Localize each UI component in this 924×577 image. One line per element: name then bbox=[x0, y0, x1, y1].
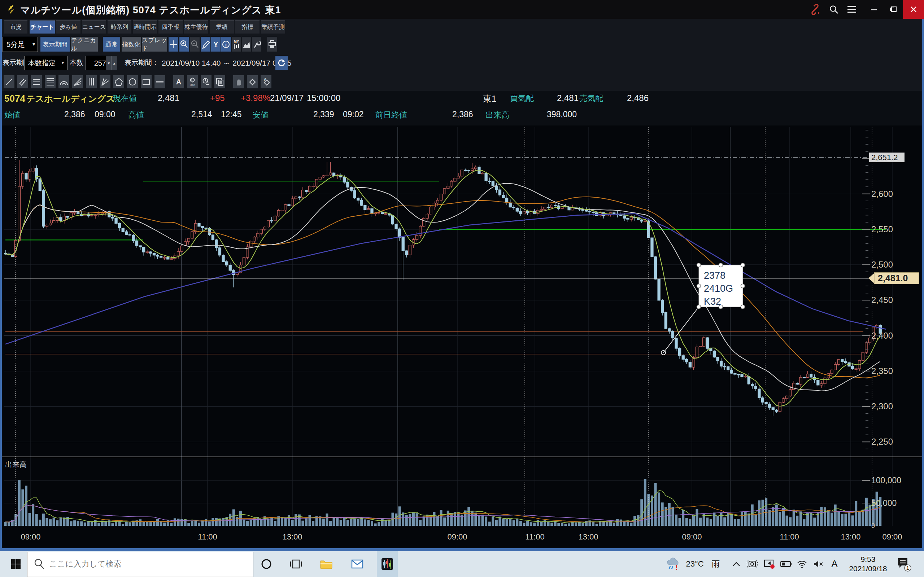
my-chart-icon[interactable]: MY bbox=[232, 37, 241, 52]
eraser-all-tool-icon[interactable]: A bbox=[261, 75, 271, 89]
ime-indicator[interactable]: A bbox=[827, 551, 842, 577]
text-tool-icon[interactable]: A bbox=[173, 75, 184, 89]
tab-業績予測[interactable]: 業績予測 bbox=[261, 20, 285, 34]
close-button[interactable] bbox=[903, 0, 924, 19]
clock[interactable]: 9:53 2021/09/18 bbox=[845, 551, 892, 577]
task-view-icon[interactable] bbox=[286, 551, 306, 577]
svg-text:50,000: 50,000 bbox=[871, 498, 897, 508]
weather-condition[interactable]: 雨 bbox=[709, 551, 723, 577]
tab-業績[interactable]: 業績 bbox=[210, 20, 234, 34]
start-button[interactable] bbox=[6, 551, 25, 577]
hlines-3-tool-icon[interactable] bbox=[31, 75, 42, 89]
ask-label: 売気配 bbox=[579, 93, 603, 104]
file-explorer-icon[interactable] bbox=[316, 551, 336, 577]
zoom-out-icon[interactable] bbox=[190, 37, 200, 52]
annotation-handle[interactable] bbox=[719, 263, 723, 267]
annotation-text: K32 bbox=[704, 296, 721, 307]
hlines-4-tool-icon[interactable] bbox=[45, 75, 56, 89]
weather-icon[interactable]: ! bbox=[664, 551, 682, 577]
annotation-handle[interactable] bbox=[741, 284, 745, 288]
time-mark-tool-icon[interactable] bbox=[201, 75, 212, 89]
vlines-tool-icon[interactable] bbox=[86, 75, 97, 89]
timeframe-select[interactable]: 5分足 ▼ bbox=[3, 37, 38, 52]
tab-株主優待[interactable]: 株主優待 bbox=[184, 20, 208, 34]
pencil-icon[interactable] bbox=[201, 37, 210, 52]
taskbar-search-input[interactable] bbox=[48, 552, 245, 576]
toolbar-button-指数化[interactable]: 指数化 bbox=[122, 37, 141, 52]
crosshair-plus-icon[interactable] bbox=[168, 37, 178, 52]
tray-expand-icon[interactable] bbox=[729, 551, 744, 577]
eraser-tool-icon[interactable] bbox=[247, 75, 258, 89]
menu-icon[interactable] bbox=[845, 3, 859, 16]
low-value: 2,339 bbox=[313, 110, 334, 119]
clock-date: 2021/09/18 bbox=[849, 564, 887, 574]
battery-icon[interactable] bbox=[778, 551, 794, 577]
annotation-handle[interactable] bbox=[697, 263, 701, 267]
app-lightning-icon bbox=[4, 3, 19, 16]
count-label: 本数 bbox=[69, 58, 83, 68]
svg-text:2,250: 2,250 bbox=[871, 437, 893, 446]
copy-tool-icon[interactable] bbox=[215, 75, 225, 89]
prevclose-label: 前日終値 bbox=[375, 110, 407, 121]
trendline-tool-icon[interactable] bbox=[3, 75, 15, 89]
icon-stamp-tool-icon[interactable]: icon bbox=[187, 75, 198, 89]
yen-icon[interactable]: ¥ bbox=[211, 37, 221, 52]
camera-device-icon[interactable] bbox=[744, 551, 760, 577]
cortana-icon[interactable] bbox=[257, 551, 276, 577]
tab-適時開示[interactable]: 適時開示 bbox=[133, 20, 157, 34]
toolbar-button-テクニカル[interactable]: テクニカル bbox=[71, 37, 98, 52]
notification-icon[interactable]: 1 bbox=[894, 551, 914, 577]
angle-lines-tool-icon[interactable] bbox=[100, 75, 110, 89]
info-icon[interactable]: i bbox=[221, 37, 231, 52]
speaker-muted-icon[interactable] bbox=[810, 551, 826, 577]
quote-time: 15:00:00 bbox=[307, 93, 340, 103]
taskbar-search[interactable] bbox=[27, 552, 254, 577]
toolbar-button-スプレッド[interactable]: スプレッド bbox=[142, 37, 167, 52]
trading-app-icon[interactable] bbox=[377, 551, 398, 577]
toolbar-button-通常[interactable]: 通常 bbox=[103, 37, 120, 52]
low-time: 09:02 bbox=[343, 110, 364, 119]
search-icon[interactable] bbox=[827, 3, 841, 16]
period-mode-select[interactable]: 本数指定 ▼ bbox=[24, 56, 68, 70]
mail-icon[interactable] bbox=[347, 551, 367, 577]
link-icon[interactable] bbox=[808, 3, 822, 16]
tab-チャート[interactable]: チャート bbox=[30, 20, 55, 34]
zoom-in-icon[interactable] bbox=[179, 37, 189, 52]
display-share-icon[interactable] bbox=[761, 551, 777, 577]
pentagon-tool-icon[interactable] bbox=[113, 75, 124, 89]
wifi-icon[interactable] bbox=[794, 551, 810, 577]
bar-count-input[interactable]: 257 bbox=[86, 56, 109, 70]
price-chart-canvas[interactable]: 2,6002,5502,5002,4502,4002,3502,3002,250… bbox=[0, 126, 924, 551]
ask-value: 2,486 bbox=[627, 93, 649, 103]
rectangle-tool-icon[interactable] bbox=[141, 75, 152, 89]
ellipse-tool-icon[interactable] bbox=[127, 75, 138, 89]
open-label: 始値 bbox=[4, 110, 20, 121]
annotation-handle[interactable] bbox=[697, 305, 701, 309]
maximize-button[interactable] bbox=[884, 0, 903, 19]
annotation-handle[interactable] bbox=[697, 284, 701, 288]
tab-歩み値[interactable]: 歩み値 bbox=[56, 20, 81, 34]
wrench-icon[interactable] bbox=[252, 37, 261, 52]
printer-icon[interactable] bbox=[267, 37, 277, 52]
reset-period-button[interactable] bbox=[275, 56, 288, 70]
annotation-handle[interactable] bbox=[719, 305, 723, 309]
tab-bar: 市況チャート歩み値ニュース時系列適時開示四季報株主優待業績指標業績予測 bbox=[0, 19, 924, 35]
tab-指標[interactable]: 指標 bbox=[235, 20, 260, 34]
tab-時系列[interactable]: 時系列 bbox=[108, 20, 131, 34]
fib-arc-tool-icon[interactable] bbox=[58, 75, 69, 89]
toolbar-button-表示期間[interactable]: 表示期間 bbox=[40, 37, 69, 52]
annotation-handle[interactable] bbox=[741, 263, 745, 267]
annotation-handle[interactable] bbox=[741, 305, 745, 309]
weather-temp[interactable]: 23°C bbox=[682, 551, 708, 577]
fan-lines-tool-icon[interactable] bbox=[72, 75, 83, 89]
area-chart-icon[interactable] bbox=[242, 37, 251, 52]
minimize-button[interactable] bbox=[864, 0, 884, 19]
ruler-tool-icon[interactable] bbox=[17, 75, 28, 89]
count-up-button[interactable]: ▲ bbox=[111, 56, 117, 70]
tab-四季報[interactable]: 四季報 bbox=[158, 20, 183, 34]
hsegment-tool-icon[interactable] bbox=[155, 75, 165, 89]
hand-tool-icon[interactable] bbox=[233, 75, 244, 89]
desktop: { "window": { "title": "マルチツール(個別銘柄) 507… bbox=[0, 0, 924, 577]
tab-ニュース[interactable]: ニュース bbox=[82, 20, 106, 34]
tab-市況[interactable]: 市況 bbox=[4, 20, 27, 34]
